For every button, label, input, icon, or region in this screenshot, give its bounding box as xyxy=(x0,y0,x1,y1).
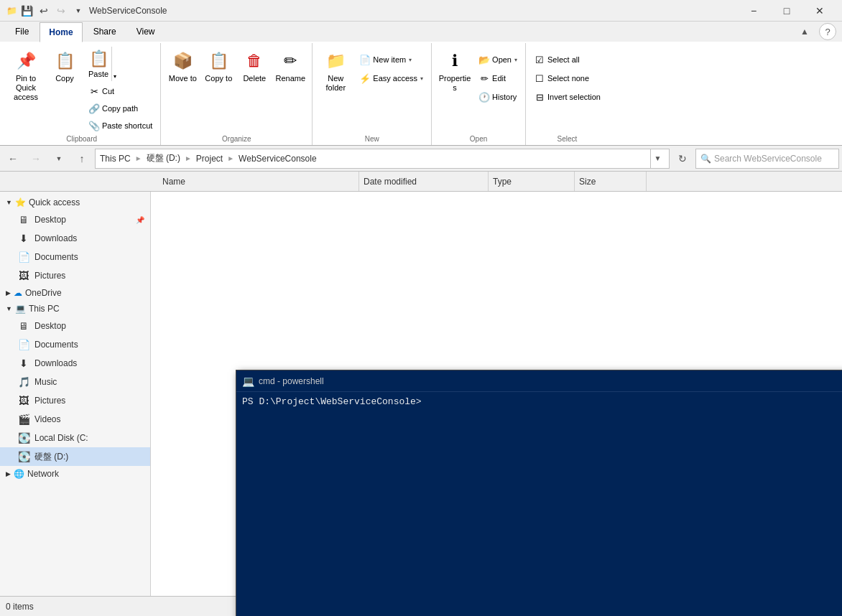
tab-home[interactable]: Home xyxy=(40,22,82,42)
pin-to-quick-access-button[interactable]: 📌 Pin to Quick access xyxy=(7,46,45,106)
new-label: New xyxy=(317,134,427,145)
sidebar-item-pictures2[interactable]: 🖼 Pictures xyxy=(0,391,150,410)
ps-content-area[interactable]: PS D:\Project\WebServiceConsole> xyxy=(236,392,842,616)
edit-button[interactable]: ✏ Edit xyxy=(475,70,521,86)
invert-selection-icon: ⊟ xyxy=(534,91,545,103)
sidebar-item-videos[interactable]: 🎬 Videos xyxy=(0,410,150,429)
maximize-button[interactable]: □ xyxy=(770,0,803,22)
paste-shortcut-button[interactable]: 📎 Paste shortcut xyxy=(85,118,156,134)
sidebar-section-onedrive[interactable]: ▶ ☁ OneDrive xyxy=(0,285,150,301)
file-content-area[interactable]: This folder is empty. 💻 cmd - powershell… xyxy=(151,192,842,616)
properties-button[interactable]: ℹ Properties xyxy=(436,46,473,96)
back-button[interactable]: ← xyxy=(3,149,23,169)
copy-path-icon: 🔗 xyxy=(88,103,100,114)
undo-qat-button[interactable]: ↩ xyxy=(36,3,52,19)
select-all-button[interactable]: ☑ Select all xyxy=(530,52,604,67)
open-button[interactable]: 📂 Open ▾ xyxy=(475,52,521,67)
close-button[interactable]: ✕ xyxy=(803,0,836,22)
crumb-current[interactable]: WebServiceConsole xyxy=(239,154,317,164)
col-header-date[interactable]: Date modified xyxy=(359,172,489,191)
delete-button[interactable]: 🗑 Delete xyxy=(237,46,272,89)
new-folder-label: New folder xyxy=(319,74,352,93)
tab-file[interactable]: File xyxy=(6,22,38,42)
sidebar-item-pictures[interactable]: 🖼 Pictures xyxy=(0,266,150,285)
breadcrumb-sep-3: ► xyxy=(227,154,234,162)
copy-to-label: Copy to xyxy=(205,74,232,83)
redo-qat-button[interactable]: ↪ xyxy=(53,3,69,19)
ribbon-collapse-button[interactable]: ▲ xyxy=(796,23,813,40)
copy-button[interactable]: 📋 Copy xyxy=(46,46,83,95)
sidebar-section-quick-access[interactable]: ▼ ⭐ Quick access xyxy=(0,195,150,210)
edit-label: Edit xyxy=(492,74,506,83)
sidebar-item-local-disk-c[interactable]: 💽 Local Disk (C: xyxy=(0,429,150,447)
select-none-button[interactable]: ☐ Select none xyxy=(530,70,604,86)
move-to-label: Move to xyxy=(169,74,197,83)
sidebar-item-hard-disk-d[interactable]: 💽 硬盤 (D:) xyxy=(0,447,150,466)
paste-shortcut-icon: 📎 xyxy=(88,120,100,131)
copy-path-button[interactable]: 🔗 Copy path xyxy=(85,101,156,116)
ps-title-bar: 💻 cmd - powershell − □ ✕ xyxy=(236,370,842,392)
paste-button[interactable]: 📋 Paste ▾ xyxy=(85,46,156,82)
sidebar-item-downloads2[interactable]: ⬇ Downloads xyxy=(0,354,150,373)
qat-dropdown-button[interactable]: ▼ xyxy=(70,3,86,19)
onedrive-icon: ☁ xyxy=(14,288,22,298)
delete-label: Delete xyxy=(243,74,266,83)
col-header-name[interactable]: Name xyxy=(158,172,359,191)
sidebar: ▼ ⭐ Quick access 🖥 Desktop 📌 ⬇ Downloads xyxy=(0,192,151,616)
sidebar-item-desktop2[interactable]: 🖥 Desktop xyxy=(0,317,150,335)
new-item-button[interactable]: 📄 New item ▾ xyxy=(356,52,427,67)
organize-group: 📦 Move to 📋 Copy to 🗑 Delete xyxy=(161,43,313,145)
crumb-this-pc[interactable]: This PC xyxy=(100,154,131,164)
copy-icon: 📋 xyxy=(53,50,76,73)
sidebar-item-downloads[interactable]: ⬇ Downloads xyxy=(0,229,150,248)
cut-icon: ✂ xyxy=(88,85,100,97)
downloads-label: Downloads xyxy=(34,233,77,243)
sidebar-item-music[interactable]: 🎵 Music xyxy=(0,373,150,391)
save-qat-button[interactable]: 💾 xyxy=(19,3,34,19)
move-to-button[interactable]: 📦 Move to xyxy=(165,46,200,89)
sidebar-item-desktop[interactable]: 🖥 Desktop 📌 xyxy=(0,210,150,229)
easy-access-button[interactable]: ⚡ Easy access ▾ xyxy=(356,70,427,86)
address-bar[interactable]: This PC ► 硬盤 (D:) ► Project ► WebService… xyxy=(95,149,670,169)
items-count: 0 items xyxy=(6,602,34,612)
easy-access-icon: ⚡ xyxy=(359,73,371,84)
crumb-project[interactable]: Project xyxy=(196,154,223,164)
new-folder-button[interactable]: 📁 New folder xyxy=(317,46,354,96)
desktop2-label: Desktop xyxy=(34,321,66,331)
crumb-drive[interactable]: 硬盤 (D:) xyxy=(147,152,180,164)
clipboard-group: 📌 Pin to Quick access 📋 Copy 📋 Past xyxy=(3,43,161,145)
rename-button[interactable]: ✏ Rename xyxy=(273,46,307,89)
recent-locations-button[interactable]: ▼ xyxy=(49,149,69,169)
tab-view[interactable]: View xyxy=(127,22,165,42)
search-bar[interactable]: 🔍 Search WebServiceConsole xyxy=(695,149,839,169)
refresh-button[interactable]: ↻ xyxy=(672,149,693,169)
network-label: Network xyxy=(27,469,59,479)
pin-indicator: 📌 xyxy=(136,216,144,224)
music-label: Music xyxy=(34,377,57,387)
paste-dropdown-arrow[interactable]: ▾ xyxy=(111,47,118,81)
address-dropdown-button[interactable]: ▼ xyxy=(650,149,665,169)
invert-selection-button[interactable]: ⊟ Invert selection xyxy=(530,89,604,105)
paste-main[interactable]: 📋 Paste xyxy=(85,47,111,81)
col-header-size[interactable]: Size xyxy=(575,172,647,191)
sidebar-item-documents[interactable]: 📄 Documents xyxy=(0,248,150,266)
onedrive-chevron: ▶ xyxy=(6,289,11,297)
move-to-icon: 📦 xyxy=(171,50,194,73)
clipboard-label: Clipboard xyxy=(7,134,156,145)
forward-button[interactable]: → xyxy=(26,149,46,169)
tab-share[interactable]: Share xyxy=(84,22,126,42)
help-button[interactable]: ? xyxy=(819,23,836,40)
music-icon: 🎵 xyxy=(17,376,30,388)
copy-to-button[interactable]: 📋 Copy to xyxy=(201,46,236,89)
sidebar-section-network[interactable]: ▶ 🌐 Network xyxy=(0,466,150,482)
col-header-type[interactable]: Type xyxy=(489,172,575,191)
cut-button[interactable]: ✂ Cut xyxy=(85,83,156,99)
minimize-button[interactable]: − xyxy=(737,0,770,22)
up-button[interactable]: ↑ xyxy=(72,149,92,169)
sidebar-item-documents2[interactable]: 📄 Documents xyxy=(0,335,150,354)
select-all-icon: ☑ xyxy=(534,54,545,65)
sidebar-section-this-pc[interactable]: ▼ 💻 This PC xyxy=(0,301,150,317)
history-button[interactable]: 🕐 History xyxy=(475,89,521,105)
select-none-label: Select none xyxy=(547,74,589,83)
open-label: Open xyxy=(436,134,521,145)
